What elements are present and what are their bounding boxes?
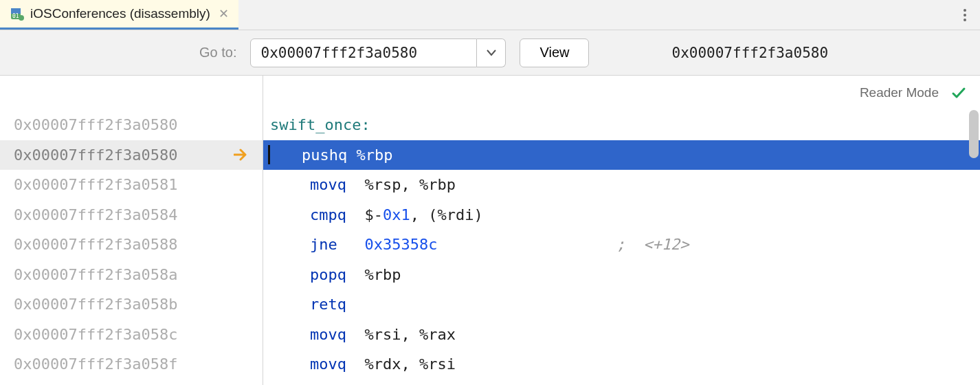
code-line: movq %rsi, %rax <box>263 320 980 350</box>
binary-file-icon: 01 <box>10 6 25 21</box>
check-icon <box>951 85 966 100</box>
code-line: retq <box>263 289 980 320</box>
tab-disassembly[interactable]: 01 iOSConferences (disassembly) ✕ <box>0 0 238 30</box>
gutter-row[interactable]: 0x00007fff2f3a058c <box>0 320 263 350</box>
tab-bar-spacer <box>238 0 950 30</box>
code-line: popq %rbp <box>263 260 980 290</box>
svg-text:01: 01 <box>12 13 19 19</box>
gutter-row[interactable]: 0x00007fff2f3a0588 <box>0 230 263 260</box>
code-line: cmpq $-0x1, (%rdi) <box>263 200 980 230</box>
gutter-row[interactable]: 0x00007fff2f3a0580 <box>0 140 263 170</box>
code-lines[interactable]: swift_once:pushq %rbpmovq %rsp, %rbpcmpq… <box>263 110 980 385</box>
text-caret <box>268 145 270 164</box>
address-gutter: 0x00007fff2f3a05800x00007fff2f3a05800x00… <box>0 76 263 385</box>
gutter-row[interactable]: 0x00007fff2f3a058b <box>0 289 263 320</box>
code-line: movq %rsp, %rbp <box>263 170 980 200</box>
goto-field <box>250 38 506 67</box>
gutter-row[interactable]: 0x00007fff2f3a0581 <box>0 170 263 200</box>
gutter-row[interactable]: 0x00007fff2f3a0580 <box>0 110 263 140</box>
chevron-down-icon <box>487 50 496 56</box>
reader-mode-toggle[interactable]: Reader Mode <box>860 85 939 100</box>
goto-input[interactable] <box>250 38 477 67</box>
goto-label: Go to: <box>199 45 236 60</box>
svg-point-6 <box>964 19 966 21</box>
close-icon[interactable]: ✕ <box>216 6 229 21</box>
gutter-row[interactable]: 0x00007fff2f3a058f <box>0 349 263 380</box>
gutter-row[interactable]: 0x00007fff2f3a058a <box>0 260 263 290</box>
disasm-toolbar: Go to: View 0x00007fff2f3a0580 <box>0 30 980 76</box>
goto-dropdown-button[interactable] <box>477 38 506 67</box>
gutter-row[interactable]: 0x00007fff2f3a0584 <box>0 200 263 230</box>
svg-point-4 <box>964 9 966 12</box>
svg-point-5 <box>964 14 966 16</box>
code-topbar: Reader Mode <box>263 76 980 110</box>
main-split: 0x00007fff2f3a05800x00007fff2f3a05800x00… <box>0 76 980 385</box>
code-line: jne 0x35358c; <+12> <box>263 230 980 260</box>
code-panel: Reader Mode swift_once:pushq %rbpmovq %r… <box>263 76 980 385</box>
view-button[interactable]: View <box>520 38 589 67</box>
vertical-scrollbar[interactable] <box>969 110 979 158</box>
tab-bar: 01 iOSConferences (disassembly) ✕ <box>0 0 980 30</box>
code-line: movq %rdx, %rsi <box>263 349 980 380</box>
code-line: pushq %rbp <box>263 140 980 170</box>
svg-point-3 <box>19 15 24 21</box>
tab-title: iOSConferences (disassembly) <box>30 6 210 21</box>
more-actions-icon[interactable] <box>950 0 980 30</box>
current-address-display: 0x00007fff2f3a0580 <box>671 45 828 61</box>
current-line-arrow-icon <box>234 148 249 161</box>
code-label: swift_once: <box>263 110 980 140</box>
